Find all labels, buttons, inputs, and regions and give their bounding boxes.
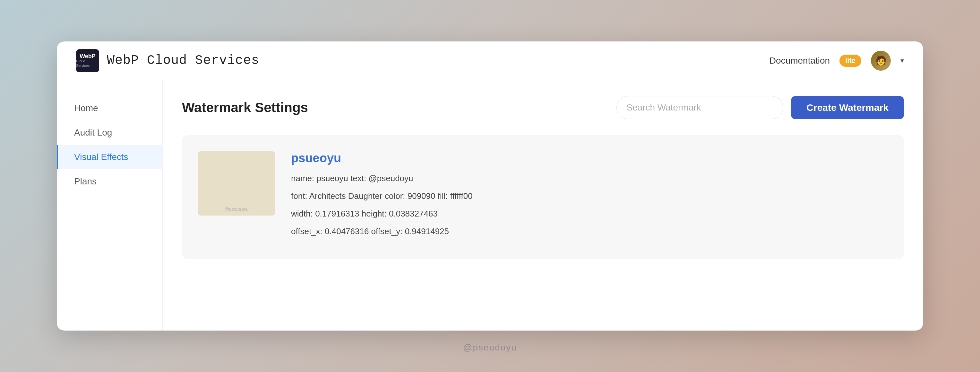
search-watermark-input[interactable] — [616, 96, 783, 119]
footer-watermark: @pseudoyu — [463, 342, 517, 353]
page-title: Watermark Settings — [182, 100, 308, 115]
watermark-detail-offset: offset_x: 0.40476316 offset_y: 0.9491492… — [291, 225, 888, 238]
chevron-down-icon[interactable]: ▾ — [900, 56, 904, 65]
watermark-detail-name: name: psueoyu text: @pseudoyu — [291, 172, 888, 185]
sidebar-item-visual-effects[interactable]: Visual Effects — [57, 145, 162, 169]
avatar[interactable]: 🧑 — [871, 51, 891, 71]
app-window: WebP Cloud Services WebP Cloud Services … — [57, 42, 923, 330]
app-logo: WebP Cloud Services — [76, 49, 99, 72]
logo-text-bottom: Cloud Services — [76, 59, 99, 67]
sidebar: Home Audit Log Visual Effects Plans — [57, 80, 163, 330]
body-area: Home Audit Log Visual Effects Plans Wate… — [57, 80, 923, 330]
watermark-detail-font: font: Architects Daughter color: 909090 … — [291, 190, 888, 203]
header-right: Documentation lite 🧑 ▾ — [770, 51, 904, 71]
sidebar-item-audit-log[interactable]: Audit Log — [57, 120, 162, 145]
logo-text-top: WebP — [80, 53, 95, 59]
main-content: Watermark Settings Create Watermark @pse… — [163, 80, 923, 330]
watermark-preview-text: @pseudoyu — [224, 206, 249, 212]
page-header-actions: Create Watermark — [616, 96, 904, 119]
create-watermark-button[interactable]: Create Watermark — [791, 96, 904, 119]
watermark-card: @pseudoyu psueoyu name: psueoyu text: @p… — [182, 135, 904, 259]
watermark-info: psueoyu name: psueoyu text: @pseudoyu fo… — [291, 151, 888, 243]
documentation-link[interactable]: Documentation — [770, 56, 830, 66]
watermark-preview: @pseudoyu — [198, 151, 275, 216]
watermark-name: psueoyu — [291, 151, 888, 165]
sidebar-item-plans[interactable]: Plans — [57, 169, 162, 194]
sidebar-item-home[interactable]: Home — [57, 96, 162, 120]
plan-badge: lite — [840, 54, 861, 67]
watermark-detail-size: width: 0.17916313 height: 0.038327463 — [291, 208, 888, 220]
page-header: Watermark Settings Create Watermark — [182, 96, 904, 119]
logo-area: WebP Cloud Services WebP Cloud Services — [76, 49, 259, 72]
app-title: WebP Cloud Services — [107, 53, 259, 68]
header: WebP Cloud Services WebP Cloud Services … — [57, 42, 923, 80]
